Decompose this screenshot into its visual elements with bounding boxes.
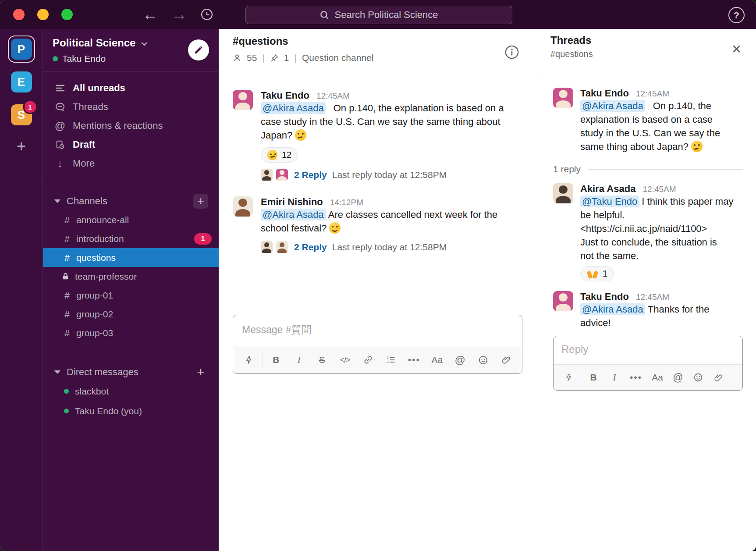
sidebar-item-threads[interactable]: Threads xyxy=(43,97,219,116)
add-workspace-button[interactable]: + xyxy=(17,140,26,153)
reply-count-link[interactable]: 2 Reply xyxy=(294,242,327,252)
add-dm-button[interactable]: + xyxy=(193,365,208,380)
window-titlebar: ← → Search Political Science ? xyxy=(0,0,756,29)
emoji-picker-icon[interactable] xyxy=(688,373,708,382)
dm-section-header[interactable]: Direct messages + xyxy=(43,363,219,381)
sidebar-channel-group-01[interactable]: # group-01 xyxy=(43,286,219,305)
workspace-s[interactable]: S 1 xyxy=(11,104,32,125)
sidebar-item-draft[interactable]: Draft xyxy=(43,135,219,154)
more-options-icon[interactable]: ••• xyxy=(625,372,647,383)
sidebar-channel-questions[interactable]: # questions xyxy=(43,248,219,267)
minimize-window-button[interactable] xyxy=(37,9,49,20)
reply-composer: Reply B I ••• Aa @ xyxy=(553,336,743,391)
info-icon[interactable] xyxy=(504,45,519,60)
sidebar-channel-group-02[interactable]: # group-02 xyxy=(43,305,219,323)
help-icon[interactable]: ? xyxy=(728,7,745,23)
toolbar-divider xyxy=(581,371,581,384)
mention[interactable]: @Akira Asada xyxy=(261,209,326,220)
member-count[interactable]: 55 xyxy=(247,53,257,63)
mention[interactable]: @Akira Asada xyxy=(580,100,645,112)
back-arrow-icon[interactable]: ← xyxy=(142,7,158,22)
reaction-pill[interactable]: 1 xyxy=(580,266,614,281)
sidebar-item-mentions[interactable]: @ Mentions & reactions xyxy=(43,116,219,135)
thread-summary[interactable]: 2 Reply Last reply today at 12:58PM xyxy=(261,169,504,181)
strikethrough-button[interactable]: S xyxy=(310,355,334,365)
message-author[interactable]: Akira Asada xyxy=(580,183,635,194)
reply-count-link[interactable]: 2 Reply xyxy=(294,170,327,180)
dm-slackbot[interactable]: slackbot xyxy=(43,381,219,401)
members-icon[interactable] xyxy=(233,53,241,62)
link-icon[interactable] xyxy=(356,355,380,365)
italic-button[interactable]: I xyxy=(287,355,311,366)
shortcuts-lightning-icon[interactable] xyxy=(238,355,261,365)
ordered-list-icon[interactable]: 12 xyxy=(380,355,403,365)
message-time[interactable]: 12:45AM xyxy=(636,292,669,302)
svg-text:2: 2 xyxy=(387,360,389,364)
avatar[interactable] xyxy=(233,196,253,217)
avatar[interactable] xyxy=(553,88,573,108)
italic-button[interactable]: I xyxy=(604,372,625,383)
dm-taku-endo[interactable]: Taku Endo (you) xyxy=(43,401,219,421)
pin-count[interactable]: 1 xyxy=(284,53,289,63)
history-clock-icon[interactable] xyxy=(200,8,213,21)
mention[interactable]: @Taku Endo xyxy=(580,196,639,207)
message-time[interactable]: 12:45AM xyxy=(636,89,669,98)
mention[interactable]: @Akira Asada xyxy=(261,102,326,114)
attachment-paperclip-icon[interactable] xyxy=(494,355,518,365)
thread-summary[interactable]: 2 Reply Last reply today at 12:58PM xyxy=(261,241,497,253)
new-message-button[interactable] xyxy=(188,39,209,60)
emoji-picker-icon[interactable] xyxy=(472,355,495,365)
workspace-menu[interactable]: Political Science xyxy=(53,37,209,49)
reply-input[interactable]: Reply xyxy=(554,336,742,364)
channel-pane: #questions 55 | 1 | Question channel xyxy=(219,29,537,551)
bold-button[interactable]: B xyxy=(583,372,604,383)
sidebar-channel-team-professor[interactable]: team-professor xyxy=(43,267,219,286)
lock-icon xyxy=(61,272,70,281)
add-channel-button[interactable]: + xyxy=(193,194,208,209)
text-format-button[interactable]: Aa xyxy=(426,355,449,365)
pin-icon[interactable] xyxy=(270,53,279,62)
channels-section-header[interactable]: Channels + xyxy=(43,192,219,210)
message-input[interactable]: Message #質問 xyxy=(233,315,522,346)
search-input[interactable]: Search Political Science xyxy=(245,6,512,24)
channel-topic[interactable]: Question channel xyxy=(302,53,373,63)
text-format-button[interactable]: Aa xyxy=(647,372,668,383)
sidebar-item-all-unreads[interactable]: All unreads xyxy=(43,78,219,97)
search-icon xyxy=(319,10,329,20)
at-sign-icon: @ xyxy=(54,120,66,132)
attachment-paperclip-icon[interactable] xyxy=(708,373,728,382)
zoom-window-button[interactable] xyxy=(61,9,73,20)
mention-button[interactable]: @ xyxy=(668,372,688,384)
avatar[interactable] xyxy=(553,183,573,203)
avatar[interactable] xyxy=(553,291,573,311)
sidebar-channel-introduction[interactable]: # introduction 1 xyxy=(43,229,219,248)
message-list: Taku Endo 12:45AM @Akira AsadaOn p.140, … xyxy=(219,72,537,269)
mention-button[interactable]: @ xyxy=(448,354,472,366)
avatar[interactable] xyxy=(233,90,253,110)
wink-face-emoji xyxy=(329,222,341,234)
message-author[interactable]: Taku Endo xyxy=(580,291,629,302)
reaction-pill[interactable]: 12 xyxy=(261,147,298,163)
mention[interactable]: @Akira Asada xyxy=(580,303,645,315)
message-time[interactable]: 14:12PM xyxy=(330,198,363,207)
close-window-button[interactable] xyxy=(13,9,25,20)
bold-button[interactable]: B xyxy=(264,355,287,365)
presence-dot xyxy=(53,56,58,61)
current-user[interactable]: Taku Endo xyxy=(53,53,209,64)
sidebar-channel-group-03[interactable]: # group-03 xyxy=(43,323,219,342)
message-time[interactable]: 12:45AM xyxy=(316,91,350,100)
workspace-political-science[interactable]: P xyxy=(11,39,32,60)
code-button[interactable]: </> xyxy=(334,355,357,365)
message-author[interactable]: Taku Endo xyxy=(580,88,629,99)
more-options-icon[interactable]: ••• xyxy=(402,355,426,365)
sidebar-channel-announce-all[interactable]: # announce-all xyxy=(43,210,219,229)
message-time[interactable]: 12:45AM xyxy=(643,185,676,194)
message-author[interactable]: Emiri Nishino xyxy=(261,196,323,207)
close-icon[interactable]: × xyxy=(732,41,741,57)
forward-arrow-icon[interactable]: → xyxy=(171,7,187,22)
shortcuts-lightning-icon[interactable] xyxy=(558,373,579,382)
thread-body: Taku Endo 12:45AM @Akira AsadaOn p.140, … xyxy=(537,72,756,391)
sidebar-item-more[interactable]: ↓ More xyxy=(43,154,219,173)
message-author[interactable]: Taku Endo xyxy=(261,90,309,101)
workspace-e[interactable]: E xyxy=(11,71,32,92)
